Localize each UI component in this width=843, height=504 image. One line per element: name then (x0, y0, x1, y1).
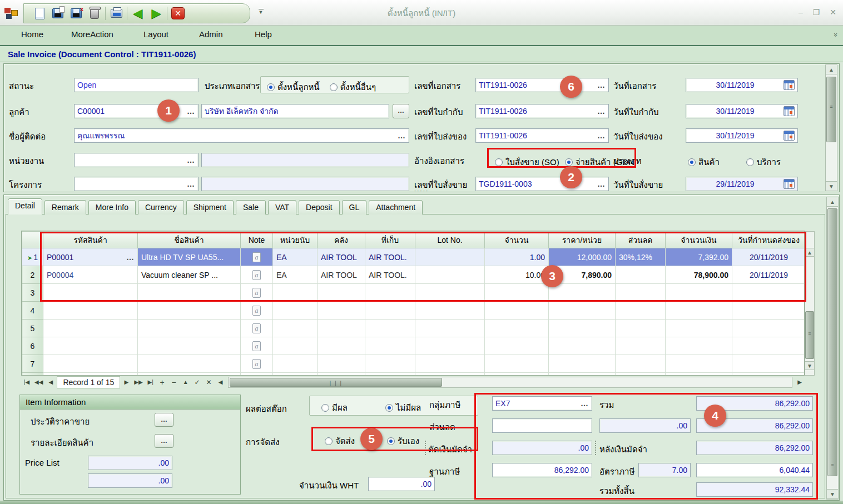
department-code-field[interactable]: … (74, 153, 199, 167)
cell-unit[interactable] (273, 320, 318, 337)
calendar-icon[interactable] (784, 179, 795, 189)
cell-due-date[interactable]: 20/11/2019 (732, 266, 805, 284)
grid-scrollbar-thumb[interactable]: ≡ (805, 311, 814, 359)
price-history-button[interactable]: … (155, 413, 173, 427)
grid-row-1[interactable]: ➤1 …P00001 Ultra HD TV SP UA55... a EA A… (22, 248, 805, 266)
tab-sale[interactable]: Sale (236, 200, 266, 214)
cell-unit[interactable] (273, 302, 318, 320)
tab-currency[interactable]: Currency (138, 200, 184, 214)
cell-note[interactable]: a (241, 302, 273, 320)
cell-unit[interactable] (273, 355, 318, 373)
cell-name[interactable]: Ultra HD TV SP UA55... (138, 248, 241, 266)
cell-note[interactable]: a (241, 266, 273, 284)
cell-qty[interactable] (485, 302, 549, 320)
cell-warehouse[interactable] (318, 337, 365, 355)
wht-field[interactable]: .00 (368, 477, 435, 491)
tab-deposit[interactable]: Deposit (299, 200, 339, 214)
scroll-up-icon[interactable]: ▲ (805, 248, 815, 257)
grid-row-2[interactable]: 2 P00004 Vacuum cleaner SP ... a EA AIR … (22, 266, 805, 284)
browse-ellipsis-icon[interactable]: … (597, 179, 606, 188)
cell-qty[interactable]: 10.00 (485, 266, 549, 284)
detail-scrollbar-thumb[interactable]: ≡ (827, 208, 837, 476)
cell-amount[interactable] (666, 302, 732, 320)
cell-name[interactable] (138, 373, 241, 376)
scroll-up-icon[interactable]: ▲ (826, 197, 839, 207)
browse-ellipsis-icon[interactable]: … (126, 253, 134, 262)
tab-attachment[interactable]: Attachment (369, 200, 423, 214)
cell-discount[interactable] (616, 266, 666, 284)
cell-location[interactable] (365, 320, 415, 337)
col-header-qty[interactable]: จำนวน (485, 232, 549, 248)
panel-splitter[interactable]: ····· (0, 189, 843, 194)
cell-location[interactable] (365, 373, 415, 376)
cell-code[interactable]: P00004 (43, 266, 138, 284)
cell-amount[interactable] (666, 373, 732, 376)
cell-code[interactable] (43, 302, 138, 320)
cell-due-date[interactable]: 20/11/2019 (732, 248, 805, 266)
category-option-goods[interactable]: สินค้า (688, 156, 720, 169)
note-icon[interactable]: a (252, 270, 261, 280)
cell-lot[interactable] (415, 320, 485, 337)
cell-warehouse[interactable]: AIR TOOL (318, 266, 365, 284)
cell-name[interactable] (138, 284, 241, 302)
col-header-amount[interactable]: จำนวนเงิน (666, 232, 732, 248)
cell-code[interactable] (43, 373, 138, 376)
cell-discount[interactable] (616, 355, 666, 373)
tab-detail[interactable]: Detail (8, 198, 42, 214)
cell-warehouse[interactable]: AIR TOOL (318, 248, 365, 266)
cell-price[interactable] (549, 284, 616, 302)
cell-discount[interactable] (616, 284, 666, 302)
grid-row-4[interactable]: 4 a (22, 302, 805, 320)
vat-amount-field[interactable]: 6,040.44 (696, 463, 813, 477)
menu-home[interactable]: Home (21, 29, 43, 39)
calendar-icon[interactable] (784, 131, 795, 141)
cell-amount[interactable] (666, 284, 732, 302)
customer-code-field[interactable]: C00001… (74, 104, 199, 118)
browse-ellipsis-icon[interactable]: … (597, 131, 606, 140)
cell-location[interactable]: AIR TOOL. (365, 266, 415, 284)
cell-lot[interactable] (415, 248, 485, 266)
cell-discount[interactable] (616, 373, 666, 376)
cell-amount[interactable]: 7,392.00 (666, 248, 732, 266)
browse-ellipsis-icon[interactable]: … (187, 156, 195, 164)
cell-price[interactable] (549, 373, 616, 376)
cell-price[interactable] (549, 320, 616, 337)
cell-code[interactable]: …P00001 (43, 248, 138, 266)
note-icon[interactable]: a (252, 341, 261, 351)
scroll-up-icon[interactable]: ▲ (825, 64, 837, 74)
note-icon[interactable]: a (252, 359, 261, 369)
cell-unit[interactable] (273, 337, 318, 355)
cell-due-date[interactable] (732, 337, 805, 355)
tab-more-info[interactable]: More Info (88, 200, 136, 214)
discount-field[interactable] (492, 418, 592, 433)
cell-qty[interactable] (485, 337, 549, 355)
nav-next-page-button[interactable]: ▶▶ (132, 377, 144, 388)
category-option-service[interactable]: บริการ (746, 156, 781, 169)
cell-discount[interactable] (616, 337, 666, 355)
contact-field[interactable]: คุณแพรพรรณ… (74, 128, 409, 143)
delivery-option-pickup[interactable]: รับเอง (387, 435, 419, 448)
note-icon[interactable]: a (252, 252, 261, 262)
price-list-field-2[interactable]: .00 (88, 473, 172, 488)
cell-qty[interactable]: 1.00 (485, 248, 549, 266)
header-scrollbar-thumb[interactable]: ≡ (826, 77, 836, 142)
cell-note[interactable]: a (241, 320, 273, 337)
cell-lot[interactable] (415, 266, 485, 284)
col-header-unit[interactable]: หน่วยนับ (273, 232, 318, 248)
cell-lot[interactable] (415, 355, 485, 373)
cell-due-date[interactable] (732, 373, 805, 376)
cell-unit[interactable] (273, 373, 318, 376)
cell-code[interactable] (43, 284, 138, 302)
col-header-price[interactable]: ราคา/หน่วย (549, 232, 616, 248)
tab-shipment[interactable]: Shipment (186, 200, 234, 214)
customer-name-field[interactable]: บริษัท อีเล็คทริก จำกัด (201, 104, 389, 118)
calendar-icon[interactable] (784, 106, 795, 116)
minimize-button[interactable]: – (794, 7, 807, 18)
col-header-name[interactable]: ชื่อสินค้า (138, 232, 241, 248)
cell-warehouse[interactable] (318, 320, 365, 337)
nav-last-button[interactable]: ▶| (145, 377, 156, 388)
cell-location[interactable]: AIR TOOL. (365, 248, 415, 266)
status-field[interactable]: Open (74, 78, 199, 92)
tax-invoice-no-field[interactable]: TIT1911-0026… (475, 104, 609, 118)
nav-next-button[interactable]: ▶ (121, 377, 132, 388)
